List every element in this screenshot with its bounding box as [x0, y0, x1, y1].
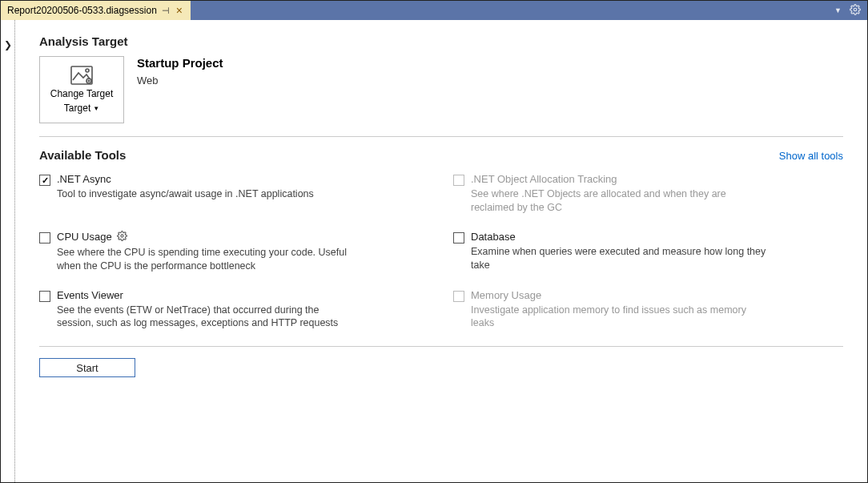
svg-point-2 — [86, 69, 89, 72]
tool-desc: Investigate application memory to find i… — [471, 304, 767, 331]
tool-title: .NET Async — [57, 173, 429, 185]
tool-title: Memory Usage — [471, 289, 843, 301]
tool-memory-usage: Memory Usage Investigate application mem… — [453, 289, 843, 331]
tool-checkbox — [453, 291, 464, 302]
tab-title: Report20200506-0533.diagsession — [7, 5, 157, 16]
tool-desc: See where the CPU is spending time execu… — [57, 246, 353, 273]
gear-icon[interactable] — [117, 231, 127, 244]
tool-title: CPU Usage — [57, 231, 112, 243]
tool-net-object-allocation: .NET Object Allocation Tracking See wher… — [453, 173, 843, 215]
tool-checkbox[interactable] — [453, 232, 464, 244]
tool-title: .NET Object Allocation Tracking — [471, 173, 843, 185]
tool-checkbox[interactable] — [39, 291, 50, 302]
tool-title: Database — [471, 231, 843, 243]
tool-desc: Examine when queries were executed and m… — [471, 245, 767, 272]
project-type: Web — [137, 74, 223, 87]
tool-desc: See where .NET Objects are allocated and… — [471, 187, 767, 215]
titlebar-controls: ▼ — [834, 1, 867, 20]
close-icon[interactable]: × — [175, 4, 184, 17]
panel-expand-handle[interactable]: ❯ — [1, 20, 15, 482]
tool-title: Events Viewer — [57, 289, 429, 301]
tool-desc: See the events (ETW or NetTrace) that oc… — [57, 304, 353, 331]
tools-grid: .NET Async Tool to investigate async/awa… — [39, 173, 843, 330]
tool-checkbox — [453, 175, 464, 186]
show-all-tools-link[interactable]: Show all tools — [779, 150, 843, 162]
change-target-button[interactable]: Change Target Target ▼ — [39, 56, 124, 123]
window-menu-icon[interactable]: ▼ — [834, 6, 842, 14]
dropdown-icon: ▼ — [93, 105, 99, 112]
svg-point-0 — [854, 8, 857, 11]
tool-checkbox[interactable] — [39, 175, 50, 186]
target-info: Startup Project Web — [137, 56, 223, 123]
titlebar: Report20200506-0533.diagsession ⊣ × ▼ — [1, 1, 867, 20]
tool-desc: Tool to investigate async/await usage in… — [57, 187, 353, 201]
tool-net-async: .NET Async Tool to investigate async/awa… — [39, 173, 429, 215]
project-name: Startup Project — [137, 56, 223, 70]
chevron-right-icon: ❯ — [4, 39, 12, 50]
tool-checkbox[interactable] — [39, 232, 50, 244]
tool-cpu-usage: CPU Usage See where the CPU is spending … — [39, 231, 429, 273]
analysis-target-heading: Analysis Target — [39, 34, 843, 48]
target-image-icon — [70, 66, 93, 85]
divider — [39, 346, 843, 347]
start-button[interactable]: Start — [39, 358, 135, 377]
tool-database: Database Examine when queries were execu… — [453, 231, 843, 273]
pin-icon[interactable]: ⊣ — [162, 6, 170, 16]
document-tab[interactable]: Report20200506-0533.diagsession ⊣ × — [1, 1, 191, 20]
gear-icon[interactable] — [850, 4, 861, 18]
change-target-sublabel: Target — [64, 103, 90, 114]
main-content: Analysis Target Change Target Target ▼ S… — [15, 20, 867, 482]
svg-point-4 — [121, 235, 123, 237]
available-tools-heading: Available Tools — [39, 148, 126, 162]
change-target-label: Change Target — [50, 88, 114, 99]
divider — [39, 136, 843, 137]
tool-events-viewer: Events Viewer See the events (ETW or Net… — [39, 289, 429, 331]
